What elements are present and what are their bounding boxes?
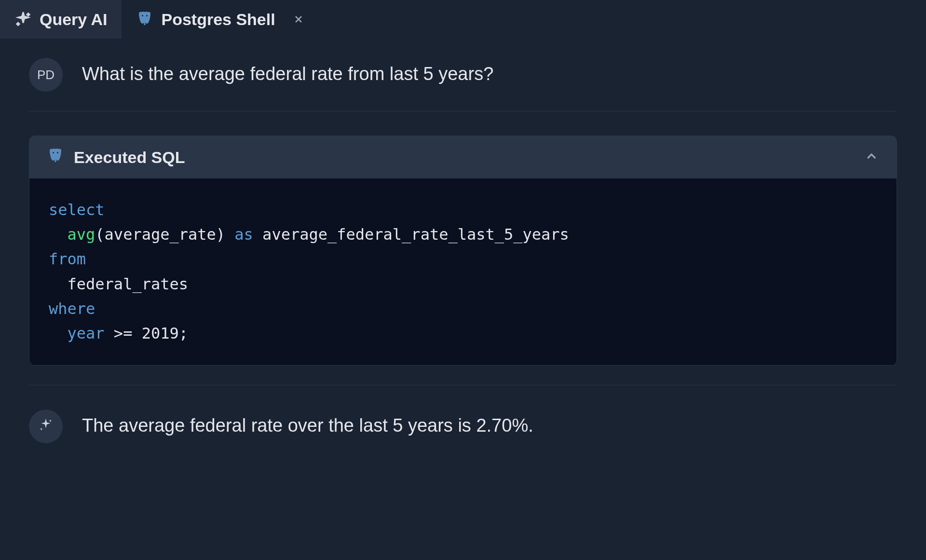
tab-query-ai[interactable]: Query AI <box>0 0 122 39</box>
user-initials: PD <box>37 68 54 82</box>
user-question: What is the average federal rate from la… <box>82 58 493 84</box>
sparkle-icon <box>38 417 54 436</box>
elephant-icon <box>47 148 64 167</box>
tab-label: Query AI <box>40 10 107 29</box>
chat-content: PD What is the average federal rate from… <box>0 39 926 482</box>
divider <box>29 385 897 385</box>
tab-label: Postgres Shell <box>161 10 275 29</box>
svg-point-2 <box>53 152 54 153</box>
sparkle-icon <box>14 11 32 28</box>
ai-avatar <box>29 410 63 443</box>
ai-response: The average federal rate over the last 5… <box>82 410 533 436</box>
svg-point-0 <box>142 15 143 16</box>
sql-header-left: Executed SQL <box>47 148 185 167</box>
svg-point-3 <box>57 152 58 153</box>
close-icon[interactable] <box>293 14 304 25</box>
tab-bar: Query AI Postgres Shell <box>0 0 926 39</box>
ai-message-row: The average federal rate over the last 5… <box>29 410 897 443</box>
tab-postgres-shell[interactable]: Postgres Shell <box>122 0 318 39</box>
elephant-icon <box>136 11 153 28</box>
sql-panel-header[interactable]: Executed SQL <box>29 136 897 178</box>
user-avatar: PD <box>29 58 63 92</box>
executed-sql-panel: Executed SQL select avg(average_rate) as… <box>29 136 897 366</box>
sql-code-block[interactable]: select avg(average_rate) as average_fede… <box>29 178 897 365</box>
sql-panel-title: Executed SQL <box>74 148 185 167</box>
user-message-row: PD What is the average federal rate from… <box>29 58 897 92</box>
svg-point-1 <box>146 15 148 16</box>
divider <box>29 111 897 111</box>
chevron-up-icon <box>864 149 879 166</box>
